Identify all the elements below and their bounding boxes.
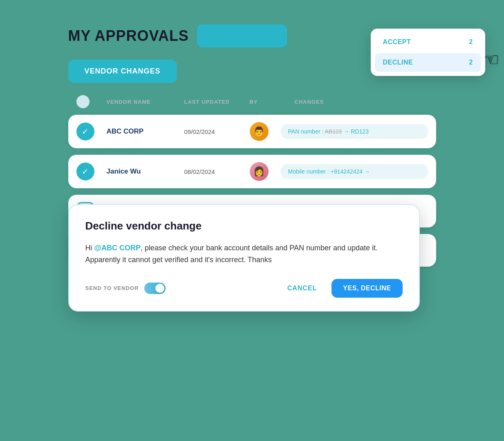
modal-mention: @ABC CORP [94,244,141,252]
changes-badge: Mobile number : +914242424 → [281,164,428,179]
th-last-updated: LAST UPDATED [184,99,237,105]
send-to-vendor-container: SEND TO VENDOR [85,283,166,294]
yes-decline-button[interactable]: YES, DECLINE [332,279,402,298]
send-to-vendor-toggle[interactable] [144,283,166,294]
modal-actions: CANCEL YES, DECLINE [279,279,403,298]
send-to-vendor-label: SEND TO VENDOR [85,285,139,291]
main-container: MY APPROVALS ACCEPT 2 DECLINE 2 ☞ VENDOR… [68,24,436,273]
avatar-image: 👩 [250,162,269,181]
th-by: BY [250,99,282,105]
th-vendor-name: VENDOR NAME [107,99,172,105]
vendor-name: Janice Wu [107,167,172,176]
th-changes: CHANGES [295,99,428,105]
decline-label: DECLINE [383,59,413,66]
th-checkbox [76,95,94,108]
modal-footer: SEND TO VENDOR CANCEL YES, DECLINE [85,279,403,298]
page-header: MY APPROVALS ACCEPT 2 DECLINE 2 ☞ [68,24,436,47]
header-button[interactable] [197,24,287,47]
vendor-changes-button[interactable]: VENDOR CHANGES [68,60,177,83]
cancel-button[interactable]: CANCEL [279,280,325,297]
vendor-date: 09/02/2024 [184,128,237,135]
vendor-date: 08/02/2024 [184,168,237,175]
page-title: MY APPROVALS [68,27,189,45]
modal-title: Decline vendor change [85,220,403,232]
avatar-image: 👨 [250,122,269,141]
table-header: VENDOR NAME LAST UPDATED BY CHANGES [68,95,436,115]
checkbox-checked[interactable]: ✓ [76,163,94,180]
old-value: AB123 [325,128,342,135]
modal-body: Hi @ABC CORP, please check your bank acc… [85,242,403,266]
avatar: 👩 [250,162,269,181]
modal-body-before: Hi [85,244,94,252]
dropdown-accept[interactable]: ACCEPT 2 [375,33,481,51]
vendor-name: ABC CORP [107,127,172,136]
table-row[interactable]: ✓ ABC CORP 09/02/2024 👨 PAN number : AB1… [68,115,436,148]
checkbox-checked[interactable]: ✓ [76,122,94,140]
accept-count: 2 [469,38,473,46]
toggle-knob [155,284,164,293]
accept-label: ACCEPT [383,38,411,46]
avatar: 👨 [250,122,269,141]
dropdown-decline[interactable]: DECLINE 2 [375,53,481,72]
table-row[interactable]: ✓ Janice Wu 08/02/2024 👩 Mobile number :… [68,155,436,188]
cursor-hand-icon: ☞ [484,49,500,70]
changes-badge: PAN number : AB123 → RD123 [281,124,428,139]
dropdown-menu: ACCEPT 2 DECLINE 2 [371,29,485,76]
decline-modal: Decline vendor change Hi @ABC CORP, plea… [68,204,420,312]
decline-count: 2 [469,59,473,66]
